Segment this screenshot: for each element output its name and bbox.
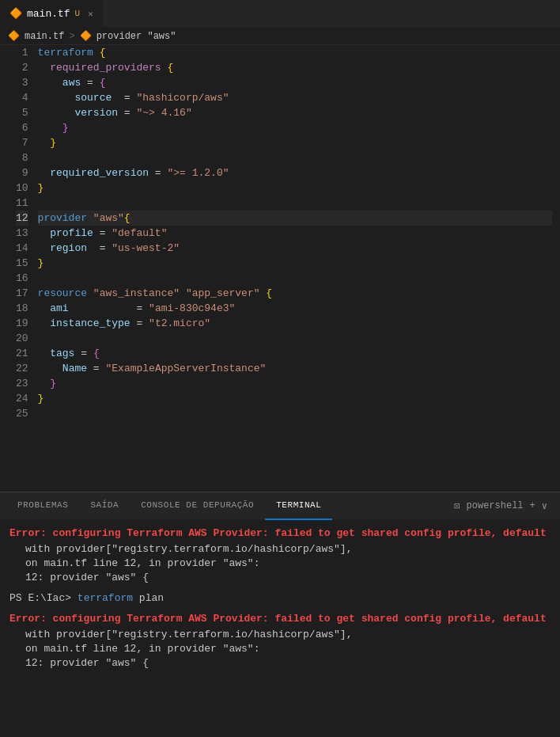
tab-output-label: SAÍDA bbox=[90, 500, 119, 510]
tab-output[interactable]: SAÍDA bbox=[79, 492, 130, 520]
code-line-22: Name = "ExampleAppServerInstance" bbox=[38, 361, 552, 376]
ln-22: 22 bbox=[16, 361, 28, 376]
terminal-blank-2 bbox=[9, 606, 551, 612]
code-line-8 bbox=[38, 150, 552, 165]
error-line-1: Error: configuring Terraform AWS Provide… bbox=[9, 526, 551, 541]
ln-24: 24 bbox=[16, 391, 28, 406]
error-label-2: Error: bbox=[9, 613, 47, 625]
error-message-1: configuring Terraform AWS Provider: fail… bbox=[47, 527, 547, 539]
error-detail-text-1-1: with provider["registry.terraform.io/has… bbox=[25, 543, 352, 555]
code-line-21: tags = { bbox=[38, 346, 552, 361]
code-line-19: instance_type = "t2.micro" bbox=[38, 316, 552, 331]
ln-1: 1 bbox=[16, 45, 28, 60]
error-detail-2-3: 12: provider "aws" { bbox=[9, 656, 551, 671]
code-line-17: resource "aws_instance" "app_server" { bbox=[38, 286, 552, 301]
code-line-1: terraform { bbox=[38, 45, 552, 60]
ln-20: 20 bbox=[16, 331, 28, 346]
code-line-20 bbox=[38, 331, 552, 346]
code-line-2: required_providers { bbox=[38, 60, 552, 75]
tab-debug[interactable]: CONSOLE DE DEPURAÇÃO bbox=[130, 492, 265, 520]
code-line-11 bbox=[38, 196, 552, 211]
ln-16: 16 bbox=[16, 271, 28, 286]
error-detail-text-1-2: on main.tf line 12, in provider "aws": bbox=[25, 557, 259, 569]
ln-21: 21 bbox=[16, 346, 28, 361]
error-line-2: Error: configuring Terraform AWS Provide… bbox=[9, 612, 551, 626]
error-detail-2-2: on main.tf line 12, in provider "aws": bbox=[9, 642, 551, 656]
prompt-prefix: PS E:\Iac> bbox=[9, 592, 71, 604]
code-line-15: } bbox=[38, 256, 552, 271]
ln-2: 2 bbox=[16, 60, 28, 75]
panel-tabs: PROBLEMAS SAÍDA CONSOLE DE DEPURAÇÃO TER… bbox=[0, 492, 560, 520]
code-lines: terraform { required_providers { aws = {… bbox=[38, 45, 560, 492]
ln-7: 7 bbox=[16, 135, 28, 150]
ln-25: 25 bbox=[16, 406, 28, 421]
ln-13: 13 bbox=[16, 226, 28, 241]
ln-4: 4 bbox=[16, 90, 28, 105]
tab-problems[interactable]: PROBLEMAS bbox=[6, 492, 79, 520]
editor[interactable]: 1 2 3 4 5 6 7 8 9 10 11 12 13 14 15 16 1… bbox=[0, 45, 560, 492]
error-detail-1-3: 12: provider "aws" { bbox=[9, 571, 551, 585]
code-line-23: } bbox=[38, 376, 552, 391]
code-line-7: } bbox=[38, 135, 552, 150]
terminal-icon: ⊡ bbox=[454, 500, 460, 512]
tab-problems-label: PROBLEMAS bbox=[17, 500, 68, 510]
tab-label: main.tf bbox=[27, 8, 70, 20]
error-detail-1-2: on main.tf line 12, in provider "aws": bbox=[9, 557, 551, 571]
tab-terminal-label: TERMINAL bbox=[276, 500, 321, 510]
code-line-16 bbox=[38, 271, 552, 286]
terminal-content[interactable]: Error: configuring Terraform AWS Provide… bbox=[0, 520, 560, 737]
tab-modified-indicator: U bbox=[75, 9, 81, 18]
tab-bar: 🔶 main.tf U ✕ bbox=[0, 0, 560, 28]
code-line-9: required_version = ">= 1.2.0" bbox=[38, 165, 552, 180]
code-line-13: profile = "default" bbox=[38, 226, 552, 241]
code-line-10: } bbox=[38, 180, 552, 196]
error-detail-text-1-3: 12: provider "aws" { bbox=[25, 572, 149, 583]
ln-8: 8 bbox=[16, 150, 28, 165]
code-line-3: aws = { bbox=[38, 75, 552, 90]
tab-close-button[interactable]: ✕ bbox=[88, 9, 93, 19]
breadcrumb-file: main.tf bbox=[25, 31, 64, 42]
ln-10: 10 bbox=[16, 180, 28, 196]
ln-12: 12 bbox=[16, 211, 28, 226]
ln-5: 5 bbox=[16, 105, 28, 120]
error-detail-1-1: with provider["registry.terraform.io/has… bbox=[9, 542, 551, 557]
ln-23: 23 bbox=[16, 376, 28, 391]
panel-actions: ⊡ powershell + ∨ bbox=[454, 500, 554, 512]
ln-3: 3 bbox=[16, 75, 28, 90]
code-line-12: provider "aws"{ bbox=[38, 211, 552, 226]
terminal-blank-1 bbox=[9, 585, 551, 591]
code-container: 1 2 3 4 5 6 7 8 9 10 11 12 13 14 15 16 1… bbox=[0, 45, 560, 492]
ln-15: 15 bbox=[16, 256, 28, 271]
breadcrumb: 🔶 main.tf > 🔶 provider "aws" bbox=[0, 28, 560, 45]
chevron-down-icon[interactable]: ∨ bbox=[542, 500, 547, 512]
bottom-panel: PROBLEMAS SAÍDA CONSOLE DE DEPURAÇÃO TER… bbox=[0, 492, 560, 737]
ln-17: 17 bbox=[16, 286, 28, 301]
tab-main-tf[interactable]: 🔶 main.tf U ✕ bbox=[0, 0, 104, 28]
code-line-5: version = "~> 4.16" bbox=[38, 105, 552, 120]
code-line-6: } bbox=[38, 120, 552, 135]
breadcrumb-symbol-icon: 🔶 bbox=[80, 30, 92, 42]
error-message-2: configuring Terraform AWS Provider: fail… bbox=[47, 613, 547, 625]
terminal-shell-label: powershell bbox=[467, 500, 524, 511]
add-terminal-button[interactable]: + bbox=[530, 500, 535, 511]
line-numbers: 1 2 3 4 5 6 7 8 9 10 11 12 13 14 15 16 1… bbox=[0, 45, 38, 492]
ln-9: 9 bbox=[16, 165, 28, 180]
tab-terminal[interactable]: TERMINAL bbox=[265, 492, 332, 520]
code-line-25 bbox=[38, 406, 552, 421]
code-line-18: ami = "ami-830c94e3" bbox=[38, 301, 552, 316]
ln-6: 6 bbox=[16, 120, 28, 135]
error-detail-text-2-3: 12: provider "aws" { bbox=[25, 657, 149, 669]
ln-19: 19 bbox=[16, 316, 28, 331]
error-detail-2-1: with provider["registry.terraform.io/has… bbox=[9, 628, 551, 642]
breadcrumb-symbol: provider "aws" bbox=[96, 31, 176, 42]
error-detail-text-2-1: with provider["registry.terraform.io/has… bbox=[25, 629, 352, 640]
prompt-command: terraform bbox=[78, 592, 133, 604]
terminal-prompt: PS E:\Iac> terraform plan bbox=[9, 591, 551, 606]
error-label-1: Error: bbox=[9, 527, 47, 539]
prompt-argument: plan bbox=[133, 592, 164, 604]
ln-14: 14 bbox=[16, 241, 28, 256]
ln-11: 11 bbox=[16, 196, 28, 211]
code-line-14: region = "us-west-2" bbox=[38, 241, 552, 256]
tf-file-icon: 🔶 bbox=[9, 7, 22, 20]
breadcrumb-separator: > bbox=[69, 31, 74, 42]
